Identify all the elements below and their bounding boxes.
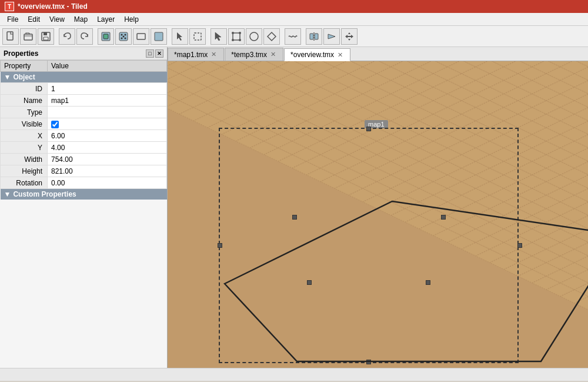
select2-button[interactable]	[189, 28, 206, 45]
prop-row-x: X6.00	[1, 130, 167, 142]
prop-type-label: Type	[1, 107, 48, 118]
prop-width-value[interactable]: 754.00	[48, 154, 167, 165]
object-tool2[interactable]	[246, 28, 262, 45]
toolbar	[0, 26, 588, 47]
isometric-grid-canvas	[168, 61, 588, 368]
prop-name-value[interactable]: map1	[48, 95, 167, 107]
menu-map[interactable]: Map	[69, 14, 92, 25]
svg-point-21	[232, 39, 234, 41]
panel-float-button[interactable]: □	[146, 49, 154, 58]
prop-visible-label: Visible	[1, 118, 48, 130]
properties-panel: Properties □ ✕ Property Value ▼Object ID…	[0, 47, 168, 368]
flip-h-button[interactable]	[306, 28, 322, 45]
tab-label-map1: *map1.tmx	[174, 51, 208, 59]
svg-rect-3	[44, 32, 47, 35]
pointer-tool[interactable]	[211, 28, 227, 45]
svg-marker-28	[345, 32, 353, 41]
section-object: ▼Object	[1, 72, 167, 83]
random-button[interactable]	[115, 28, 132, 45]
properties-header: Properties □ ✕	[0, 47, 167, 60]
open-button[interactable]	[20, 28, 36, 45]
col-property: Property	[1, 61, 48, 72]
main-layout: Properties □ ✕ Property Value ▼Object ID…	[0, 47, 588, 368]
stamp-button[interactable]	[98, 28, 114, 45]
prop-id-value[interactable]: 1	[48, 83, 167, 95]
tab-close-overview[interactable]: ✕	[336, 51, 344, 59]
menu-bar: File Edit View Map Layer Help	[0, 13, 588, 26]
redo-button[interactable]	[76, 28, 93, 45]
flip-v-button[interactable]	[323, 28, 340, 45]
prop-row-id: ID1	[1, 83, 167, 95]
svg-marker-24	[268, 32, 276, 41]
prop-visible-value[interactable]	[48, 118, 167, 130]
svg-rect-1	[24, 34, 32, 40]
sep6	[302, 28, 305, 45]
svg-marker-15	[177, 32, 182, 41]
new-button[interactable]	[2, 28, 19, 45]
tab-map1[interactable]: *map1.tmx ✕	[168, 48, 224, 61]
wavy-tool[interactable]	[285, 28, 301, 45]
window-title: *overview.tmx - Tiled	[18, 2, 88, 11]
prop-name-label: Name	[1, 95, 48, 107]
tab-close-map1[interactable]: ✕	[210, 51, 218, 58]
svg-rect-16	[194, 33, 201, 40]
tab-close-temp3[interactable]: ✕	[269, 51, 277, 58]
tabs-bar: *map1.tmx ✕ *temp3.tmx ✕ *overview.tmx ✕	[168, 47, 588, 61]
prop-row-rotation: Rotation0.00	[1, 177, 167, 189]
canvas-area: *map1.tmx ✕ *temp3.tmx ✕ *overview.tmx ✕…	[168, 47, 588, 368]
menu-file[interactable]: File	[2, 14, 23, 25]
prop-rotation-value[interactable]: 0.00	[48, 177, 167, 189]
svg-rect-4	[44, 37, 48, 40]
menu-layer[interactable]: Layer	[92, 14, 119, 25]
prop-x-value[interactable]: 6.00	[48, 130, 167, 142]
panel-close-button[interactable]: ✕	[155, 49, 163, 58]
sep2	[94, 28, 96, 45]
svg-point-9	[125, 34, 126, 35]
prop-type-value[interactable]	[48, 107, 167, 118]
svg-point-22	[239, 39, 241, 41]
prop-y-label: Y	[1, 142, 48, 154]
fill-button[interactable]	[151, 28, 167, 45]
menu-edit[interactable]: Edit	[23, 14, 45, 25]
prop-row-type: Type	[1, 107, 167, 118]
sep1	[55, 28, 58, 45]
prop-id-label: ID	[1, 83, 48, 95]
prop-y-value[interactable]: 4.00	[48, 142, 167, 154]
svg-point-10	[123, 35, 125, 37]
prop-row-visible: Visible	[1, 118, 167, 130]
rect-fill-button[interactable]	[133, 28, 149, 45]
menu-view[interactable]: View	[45, 14, 69, 25]
svg-rect-26	[315, 34, 318, 39]
sep3	[168, 28, 171, 45]
svg-marker-17	[215, 32, 221, 41]
prop-rotation-label: Rotation	[1, 177, 48, 189]
svg-point-23	[250, 32, 258, 41]
object-tool1[interactable]	[228, 28, 245, 45]
tab-label-temp3: *temp3.tmx	[231, 51, 267, 59]
prop-height-value[interactable]: 821.00	[48, 165, 167, 177]
svg-point-20	[239, 32, 241, 34]
svg-point-12	[125, 37, 126, 39]
prop-x-label: X	[1, 130, 48, 142]
svg-point-8	[121, 34, 123, 35]
svg-rect-6	[103, 34, 108, 39]
object-label: map1	[365, 120, 388, 128]
object-tool3[interactable]	[263, 28, 280, 45]
section-custom-properties: ▼Custom Properties	[1, 189, 167, 200]
prop-row-name: Namemap1	[1, 95, 167, 107]
menu-help[interactable]: Help	[119, 14, 143, 25]
svg-rect-13	[137, 34, 145, 39]
tab-overview[interactable]: *overview.tmx ✕	[284, 48, 350, 61]
undo-button[interactable]	[59, 28, 75, 45]
app-icon: T	[5, 2, 14, 11]
save-button[interactable]	[38, 28, 54, 45]
map-canvas[interactable]: map1	[168, 61, 588, 368]
tab-temp3[interactable]: *temp3.tmx ✕	[225, 48, 283, 61]
panel-controls: □ ✕	[146, 49, 163, 58]
move-tool[interactable]	[341, 28, 358, 45]
properties-title: Properties	[4, 49, 38, 58]
status-bar	[0, 368, 588, 381]
select-button[interactable]	[172, 28, 188, 45]
prop-row-y: Y4.00	[1, 142, 167, 154]
svg-rect-14	[155, 32, 163, 41]
